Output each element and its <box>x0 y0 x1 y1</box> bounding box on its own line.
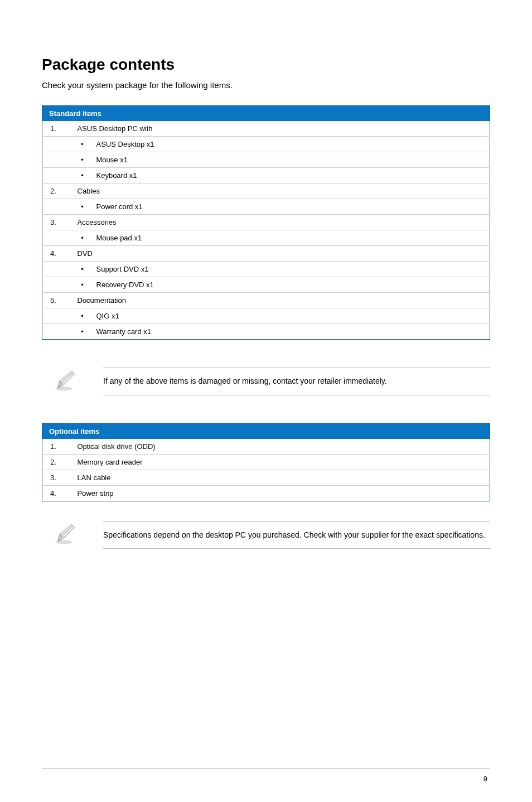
row-num <box>42 324 73 340</box>
row-text: Memory card reader <box>73 454 490 470</box>
note-text-2: Specifications depend on the desktop PC … <box>103 530 490 541</box>
note-block-2: Specifications depend on the desktop PC … <box>42 521 490 549</box>
row-text: Support DVD x1 <box>92 262 490 277</box>
table-row: •ASUS Desktop x1 <box>42 137 490 152</box>
row-num: 3. <box>42 215 73 230</box>
optional-header: Optional items <box>42 423 490 439</box>
row-num: 2. <box>42 454 73 470</box>
table-row: •Support DVD x1 <box>42 262 490 277</box>
table-row: •Power cord x1 <box>42 199 490 215</box>
standard-items-table: Standard items 1.ASUS Desktop PC with•AS… <box>42 105 490 340</box>
row-num: 2. <box>42 183 73 199</box>
table-row: 5.Documentation <box>42 293 490 308</box>
table-row: 2.Memory card reader <box>42 454 490 470</box>
row-num: 1. <box>42 439 73 455</box>
bullet-icon: • <box>73 137 92 152</box>
table-row: •Keyboard x1 <box>42 168 490 183</box>
table-row: 2.Cables <box>42 183 490 199</box>
standard-header: Standard items <box>42 106 490 122</box>
bullet-icon: • <box>73 199 92 215</box>
row-num: 3. <box>42 470 73 485</box>
table-row: 4.DVD <box>42 246 490 262</box>
row-text: QIG x1 <box>92 308 490 324</box>
row-num <box>42 230 73 246</box>
table-row: 1.ASUS Desktop PC with <box>42 121 490 137</box>
row-text: Keyboard x1 <box>92 168 490 183</box>
pencil-note-icon <box>53 521 81 548</box>
row-text: Mouse pad x1 <box>92 230 490 246</box>
row-num <box>42 308 73 324</box>
row-text: DVD <box>73 246 490 262</box>
row-text: Mouse x1 <box>92 152 490 168</box>
row-num: 4. <box>42 246 73 262</box>
row-text: Power cord x1 <box>92 199 490 215</box>
row-text: ASUS Desktop x1 <box>92 137 490 152</box>
row-num <box>42 168 73 183</box>
bullet-icon: • <box>73 230 92 246</box>
row-num <box>42 152 73 168</box>
pencil-note-icon <box>53 368 81 395</box>
row-text: Documentation <box>73 293 490 308</box>
bullet-icon: • <box>73 277 92 293</box>
row-num: 5. <box>42 293 73 308</box>
page-number: 9 <box>483 775 487 783</box>
note-text-1: If any of the above items is damaged or … <box>103 376 490 387</box>
table-row: •Mouse x1 <box>42 152 490 168</box>
table-row: •QIG x1 <box>42 308 490 324</box>
row-text: Recovery DVD x1 <box>92 277 490 293</box>
row-text: Power strip <box>73 485 490 501</box>
row-text: Accessories <box>73 215 490 230</box>
bullet-icon: • <box>73 152 92 168</box>
table-row: 3.LAN cable <box>42 470 490 485</box>
bullet-icon: • <box>73 324 92 340</box>
row-num <box>42 277 73 293</box>
optional-items-table: Optional items 1.Optical disk drive (ODD… <box>42 423 490 501</box>
table-row: 1.Optical disk drive (ODD) <box>42 439 490 455</box>
table-row: 3.Accessories <box>42 215 490 230</box>
row-text: Warranty card x1 <box>92 324 490 340</box>
note-block-1: If any of the above items is damaged or … <box>42 368 490 395</box>
bullet-icon: • <box>73 262 92 277</box>
row-num: 4. <box>42 485 73 501</box>
table-row: •Warranty card x1 <box>42 324 490 340</box>
row-num <box>42 262 73 277</box>
table-row: •Mouse pad x1 <box>42 230 490 246</box>
bullet-icon: • <box>73 168 92 183</box>
row-text: Cables <box>73 183 490 199</box>
footer-rule <box>42 768 490 769</box>
intro-text: Check your system package for the follow… <box>42 80 490 90</box>
table-row: 4.Power strip <box>42 485 490 501</box>
row-num <box>42 137 73 152</box>
table-row: •Recovery DVD x1 <box>42 277 490 293</box>
row-num: 1. <box>42 121 73 137</box>
row-text: Optical disk drive (ODD) <box>73 439 490 455</box>
page-title: Package contents <box>42 56 490 74</box>
row-text: LAN cable <box>73 470 490 485</box>
row-num <box>42 199 73 215</box>
bullet-icon: • <box>73 308 92 324</box>
row-text: ASUS Desktop PC with <box>73 121 490 137</box>
